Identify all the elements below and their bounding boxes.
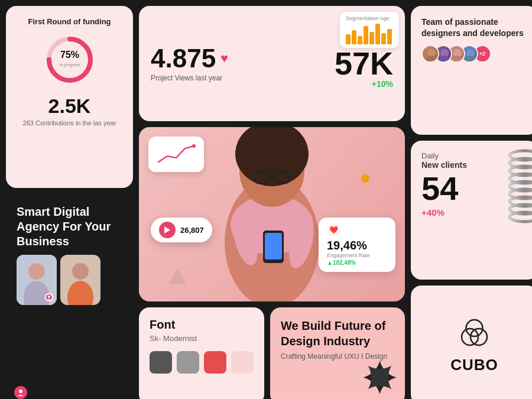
svg-marker-24 (164, 226, 170, 233)
svg-point-11 (19, 390, 22, 393)
heart-icon: ♥ (220, 51, 228, 66)
agency-photo-2 (60, 255, 100, 305)
engagement-rate: 19,46% (327, 239, 387, 252)
cubo-card: CUBO (411, 286, 532, 399)
svg-point-23 (192, 144, 196, 148)
build-card: We Build Future of Design Industry Craft… (270, 307, 405, 399)
clients-card: Daily New clients 54 +40% (411, 141, 532, 280)
funding-stat-sub: 263 Contributions in the las year (23, 119, 116, 126)
circular-progress: 75% in progress (43, 33, 96, 89)
team-card: Team of passionate designers and develop… (411, 6, 532, 135)
engagement-change: ▲102,48% (327, 259, 387, 266)
cubo-icon (458, 316, 491, 351)
engagement-label: Engagement Rate (327, 252, 387, 258)
agency-bottom-icon (14, 386, 27, 399)
swatch-dark (150, 351, 172, 374)
hero-person (189, 127, 355, 301)
svg-point-28 (438, 56, 451, 63)
funding-title: First Round of funding (28, 17, 111, 27)
play-count-card: 26,807 (151, 218, 212, 242)
trend-card (148, 137, 204, 172)
nu-number: 57K (335, 47, 393, 79)
svg-rect-20 (265, 233, 282, 259)
font-name: Sk- Modernist (150, 334, 254, 343)
svg-point-41 (510, 212, 532, 222)
build-title: We Build Future of Design Industry (281, 318, 394, 349)
pv-label: Project Views last year (151, 74, 267, 82)
funding-card: First Round of funding 75% in progress 2… (6, 6, 133, 188)
agency-photo-1 (17, 255, 57, 305)
yellow-dot (361, 174, 369, 183)
swatch-red (204, 351, 226, 374)
svg-point-30 (451, 56, 464, 63)
svg-point-5 (28, 263, 45, 280)
triangle-deco (168, 269, 186, 284)
agency-card: Smart Digital Agency For Your Business (6, 194, 133, 399)
svg-text:in progress: in progress (59, 63, 80, 67)
svg-point-7 (48, 296, 50, 298)
team-avatars: +2 (421, 45, 527, 63)
font-label: Font (150, 318, 254, 332)
project-views-section: 4.875 ♥ Project Views last year (151, 15, 267, 112)
swatch-pink (231, 351, 254, 374)
agency-photos (17, 255, 122, 305)
svg-text:75%: 75% (60, 50, 79, 60)
segmentation-chart: Segmentation Age (340, 12, 399, 48)
svg-point-9 (72, 263, 89, 280)
nu-change: +10% (372, 79, 393, 89)
pv-number: 4.875 (151, 46, 216, 72)
agency-title: Smart Digital Agency For Your Business (17, 205, 122, 249)
svg-point-26 (425, 56, 438, 63)
swatch-gray (177, 351, 199, 374)
engagement-card: ❤️ 19,46% Engagement Rate ▲102,48% (319, 218, 395, 272)
svg-point-32 (464, 56, 477, 63)
font-card: Font Sk- Modernist (139, 307, 264, 399)
cubo-name: CUBO (450, 356, 498, 374)
hero-card: 26,807 ❤️ 19,46% Engagement Rate ▲102,48… (139, 127, 405, 301)
spring-decoration (505, 147, 532, 223)
stats-top-bar: 4.875 ♥ Project Views last year New User… (139, 6, 405, 121)
funding-stat: 2.5K (48, 95, 91, 118)
avatar-1 (421, 45, 439, 63)
team-title: Team of passionate designers and develop… (421, 17, 527, 39)
font-swatches (150, 351, 254, 374)
starburst-icon (361, 358, 399, 399)
play-count: 26,807 (180, 226, 204, 235)
